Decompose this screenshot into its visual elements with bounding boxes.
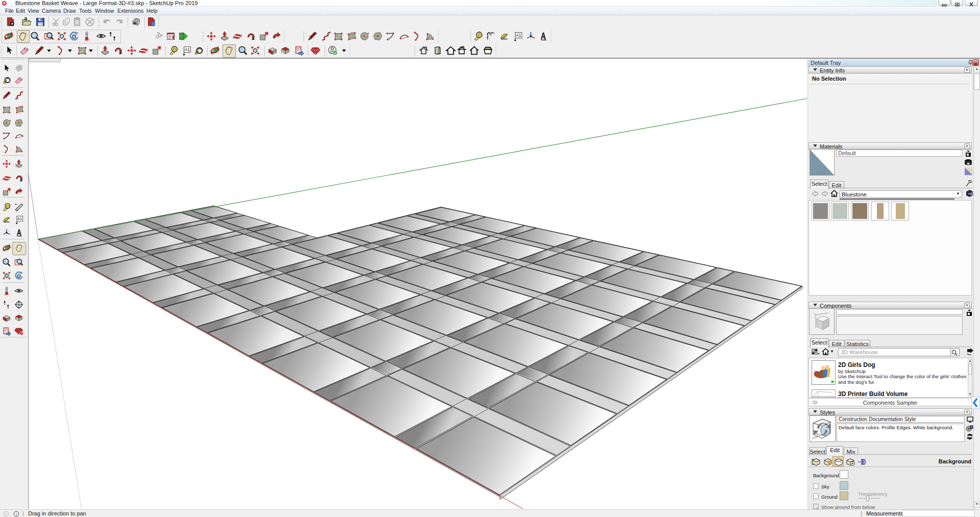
svg-text:?: ? bbox=[5, 512, 8, 516]
svg-text:b: b bbox=[489, 33, 492, 36]
svg-text:A1: A1 bbox=[185, 47, 190, 52]
svg-text:i: i bbox=[153, 21, 154, 26]
svg-text:A1: A1 bbox=[516, 33, 522, 38]
svg-text:2: 2 bbox=[76, 20, 78, 24]
svg-text:A1: A1 bbox=[17, 216, 22, 221]
svg-text:i: i bbox=[16, 512, 17, 516]
